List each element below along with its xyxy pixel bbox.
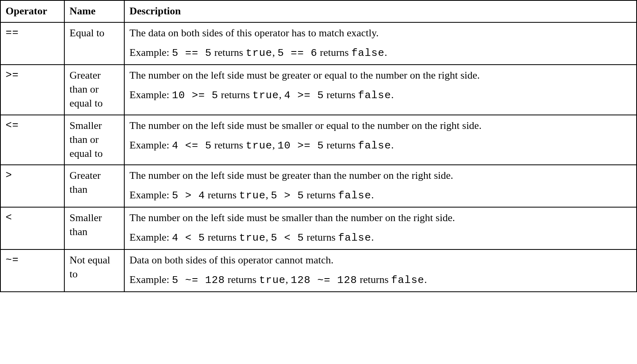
example-result: true (239, 190, 265, 202)
example-code: 5 == 5 (172, 47, 212, 59)
table-row: ~=Not equal toData on both sides of this… (0, 249, 637, 292)
example-text: returns (304, 231, 338, 243)
example-prefix: Example: (129, 231, 172, 243)
description-text: The data on both sides of this operator … (129, 26, 631, 40)
example-code: 4 < 5 (172, 232, 205, 244)
operators-table: Operator Name Description ==Equal toThe … (0, 0, 637, 292)
example-text: returns (324, 139, 358, 151)
example-code: 5 > 5 (271, 190, 304, 202)
example-code: 5 > 4 (172, 190, 205, 202)
description-cell: The number on the left side must be smal… (124, 207, 637, 249)
name-cell: Equal to (64, 22, 124, 65)
name-cell: Greater than or equal to (64, 65, 124, 115)
example-result: true (246, 140, 272, 152)
example-code: 5 == 6 (277, 47, 317, 59)
example-text: returns (212, 139, 246, 151)
description-cell: The data on both sides of this operator … (124, 22, 637, 65)
description-cell: The number on the left side must be grea… (124, 165, 637, 207)
example-end: . (371, 189, 374, 201)
description-cell: The number on the left side must be smal… (124, 115, 637, 165)
name-cell: Not equal to (64, 249, 124, 292)
example-sep: , (272, 139, 277, 151)
example-result: true (259, 274, 285, 286)
example-code: 10 >= 5 (172, 89, 218, 101)
description-cell: Data on both sides of this operator cann… (124, 249, 637, 292)
example-prefix: Example: (129, 274, 172, 285)
name-cell: Smaller than (64, 207, 124, 249)
example-result: true (246, 47, 272, 59)
example-result: true (239, 232, 265, 244)
description-text: The number on the left side must be grea… (129, 68, 631, 82)
description-text: The number on the left side must be smal… (129, 211, 631, 225)
example-text: returns (212, 47, 246, 58)
example-text: returns (225, 274, 259, 285)
example-code: 4 >= 5 (284, 89, 324, 101)
example-code: 128 ~= 128 (291, 274, 357, 286)
table-row: <=Smaller than or equal toThe number on … (0, 115, 637, 165)
example-sep: , (266, 189, 271, 201)
table-header-row: Operator Name Description (0, 0, 637, 22)
example-text: returns (218, 89, 252, 101)
example-result: false (351, 47, 384, 59)
operator-cell: < (0, 207, 64, 249)
example-text: returns (304, 189, 338, 201)
table-row: >=Greater than or equal toThe number on … (0, 65, 637, 115)
operator-cell: <= (0, 115, 64, 165)
example-code: 5 ~= 128 (172, 274, 225, 286)
example-result: true (253, 89, 279, 101)
description-cell: The number on the left side must be grea… (124, 65, 637, 115)
description-text: The number on the left side must be grea… (129, 168, 631, 182)
example-line: Example: 5 == 5 returns true, 5 == 6 ret… (129, 46, 631, 60)
example-end: . (384, 47, 387, 58)
example-end: . (391, 89, 394, 101)
operator-cell: ~= (0, 249, 64, 292)
name-cell: Greater than (64, 165, 124, 207)
description-text: The number on the left side must be smal… (129, 119, 631, 133)
example-sep: , (272, 47, 277, 58)
example-line: Example: 4 < 5 returns true, 5 < 5 retur… (129, 230, 631, 245)
example-prefix: Example: (129, 189, 172, 201)
example-code: 5 < 5 (271, 232, 304, 244)
table-row: <Smaller thanThe number on the left side… (0, 207, 637, 249)
example-result: false (338, 190, 371, 202)
header-operator: Operator (0, 0, 64, 22)
example-text: returns (205, 231, 239, 243)
example-text: returns (317, 47, 351, 58)
name-cell: Smaller than or equal to (64, 115, 124, 165)
example-code: 4 <= 5 (172, 140, 212, 152)
example-sep: , (279, 89, 284, 101)
example-text: returns (324, 89, 358, 101)
operator-cell: == (0, 22, 64, 65)
example-result: false (358, 140, 391, 152)
example-result: false (391, 274, 424, 286)
table-row: >Greater thanThe number on the left side… (0, 165, 637, 207)
example-prefix: Example: (129, 89, 172, 101)
example-end: . (424, 274, 427, 285)
example-end: . (371, 231, 374, 243)
example-line: Example: 4 <= 5 returns true, 10 >= 5 re… (129, 138, 631, 153)
example-result: false (358, 89, 391, 101)
example-prefix: Example: (129, 139, 172, 151)
example-line: Example: 10 >= 5 returns true, 4 >= 5 re… (129, 88, 631, 103)
table-row: ==Equal toThe data on both sides of this… (0, 22, 637, 65)
example-prefix: Example: (129, 47, 172, 58)
header-name: Name (64, 0, 124, 22)
example-text: returns (205, 189, 239, 201)
example-end: . (391, 139, 394, 151)
description-text: Data on both sides of this operator cann… (129, 253, 631, 267)
example-line: Example: 5 ~= 128 returns true, 128 ~= 1… (129, 273, 631, 287)
example-sep: , (266, 231, 271, 243)
example-result: false (338, 232, 371, 244)
example-code: 10 >= 5 (277, 140, 324, 152)
example-text: returns (357, 274, 391, 285)
example-sep: , (286, 274, 291, 285)
example-line: Example: 5 > 4 returns true, 5 > 5 retur… (129, 188, 631, 203)
operator-cell: >= (0, 65, 64, 115)
operator-cell: > (0, 165, 64, 207)
header-description: Description (124, 0, 637, 22)
